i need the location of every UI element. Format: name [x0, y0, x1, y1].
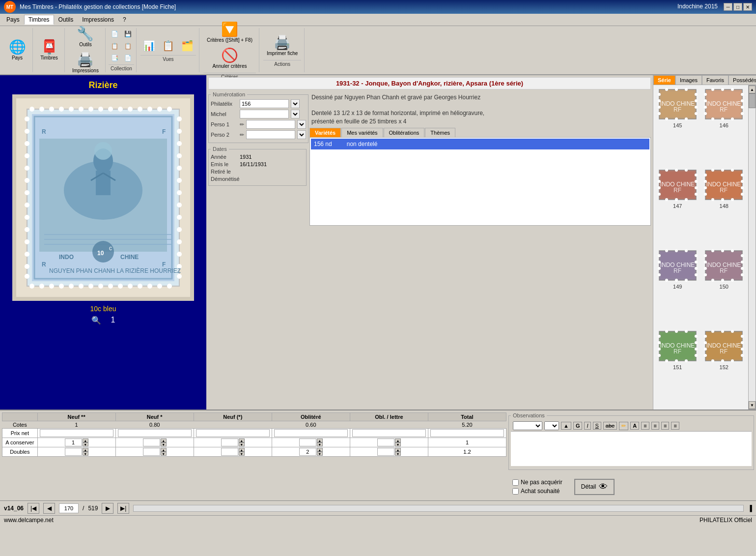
- collection-icon-6[interactable]: 📄: [122, 53, 134, 64]
- a-conserver-neuf1-down[interactable]: ▼: [161, 442, 167, 446]
- a-conserver-neuf2-input[interactable]: [65, 439, 82, 446]
- thumb-item-1[interactable]: INDO CHINE RF 146: [702, 87, 747, 166]
- doubles-obl-lettre-down[interactable]: ▼: [395, 452, 401, 456]
- doubles-neuf1-input[interactable]: [143, 448, 160, 456]
- prix-total-input[interactable]: [430, 429, 504, 437]
- doubles-obl-lettre-input[interactable]: [377, 448, 394, 456]
- impressions-button[interactable]: 🖨️ Impressions: [69, 51, 102, 75]
- close-button[interactable]: ✕: [743, 3, 752, 11]
- doubles-neuf1-up[interactable]: ▲: [161, 448, 167, 452]
- criteres-button[interactable]: 🔽 Critères ([Shift] + F8): [203, 21, 256, 45]
- obs-strikethrough-btn[interactable]: abe: [603, 422, 617, 430]
- obs-align-center-btn[interactable]: ≡: [651, 422, 659, 430]
- a-conserver-neuf2-down[interactable]: ▼: [83, 442, 88, 446]
- pays-button[interactable]: 🌐 Pays: [5, 38, 29, 62]
- thumb-item-6[interactable]: INDO CHINE RF 151: [655, 329, 700, 408]
- perso2-input[interactable]: [246, 130, 295, 139]
- obs-align-right-btn[interactable]: ≡: [661, 422, 669, 430]
- obs-bold-btn[interactable]: G: [573, 422, 583, 430]
- a-conserver-oblitere-down[interactable]: ▼: [317, 442, 323, 446]
- tab-obliterations[interactable]: Oblitérations: [384, 128, 425, 137]
- doubles-neuf2-up[interactable]: ▲: [83, 448, 88, 452]
- right-tab-favoris[interactable]: Favoris: [702, 75, 728, 85]
- obs-textarea[interactable]: [511, 432, 752, 466]
- a-conserver-neuf0-up[interactable]: ▲: [239, 439, 245, 442]
- philatelix-input[interactable]: [240, 99, 289, 108]
- obs-underline-btn[interactable]: S: [593, 422, 601, 430]
- obs-align-left-btn[interactable]: ≡: [641, 422, 649, 430]
- tab-themes[interactable]: Thèmes: [425, 128, 455, 137]
- ne-pas-acquerir-checkbox[interactable]: [512, 479, 519, 486]
- menu-pays[interactable]: Pays: [2, 15, 24, 25]
- doubles-oblitere-input[interactable]: [299, 448, 316, 456]
- menu-outils[interactable]: Outils: [54, 15, 78, 25]
- obs-justify-btn[interactable]: ≡: [671, 422, 679, 430]
- right-tab-possedes[interactable]: Possédés: [728, 75, 756, 85]
- prix-neuf1-input[interactable]: [118, 429, 192, 437]
- detail-button[interactable]: Détail 👁: [574, 479, 615, 495]
- imprimer-fiche-button[interactable]: 🖨️ Imprimer fiche: [263, 34, 301, 58]
- right-tab-serie[interactable]: Série: [653, 75, 675, 85]
- doubles-oblitere-up[interactable]: ▲: [317, 448, 323, 452]
- a-conserver-neuf2-up[interactable]: ▲: [83, 439, 88, 442]
- thumb-item-2[interactable]: INDO CHINE RF 147: [655, 168, 700, 246]
- a-conserver-obl-lettre-input[interactable]: [377, 439, 394, 446]
- thumb-item-7[interactable]: INDO CHINE RF 152: [702, 329, 747, 408]
- zoom-icon[interactable]: 🔍: [91, 316, 101, 325]
- outils-button[interactable]: 🔧 Outils: [73, 25, 98, 49]
- nav-next-button[interactable]: ▶: [102, 503, 113, 514]
- obs-font-select[interactable]: [513, 421, 542, 430]
- menu-timbres[interactable]: Timbres: [24, 15, 54, 25]
- menu-impressions[interactable]: Impressions: [78, 15, 118, 25]
- variety-row-0[interactable]: 156 nd non dentelé: [311, 139, 649, 149]
- philatelix-select[interactable]: ▼: [291, 99, 300, 108]
- a-conserver-neuf0-down[interactable]: ▼: [239, 442, 245, 446]
- collection-icon-1[interactable]: 📄: [109, 29, 121, 40]
- perso2-pencil[interactable]: ✏: [240, 132, 244, 138]
- perso1-input[interactable]: [246, 120, 295, 129]
- doubles-neuf0-input[interactable]: [221, 448, 238, 456]
- a-conserver-oblitere-input[interactable]: [299, 439, 316, 446]
- prix-obl-lettre-input[interactable]: [352, 429, 426, 437]
- perso1-pencil[interactable]: ✏: [240, 121, 244, 128]
- obs-italic-btn[interactable]: I: [584, 422, 590, 430]
- vue-btn-1[interactable]: 📊: [140, 38, 158, 53]
- obs-size-select[interactable]: [544, 421, 559, 430]
- nav-last-button[interactable]: ▶|: [117, 503, 129, 514]
- scrollbar-h[interactable]: [133, 505, 744, 512]
- vue-btn-2[interactable]: 📋: [160, 38, 177, 53]
- collection-icon-3[interactable]: 📋: [109, 41, 121, 53]
- stamp-image-container[interactable]: R F R F INDO CHI: [12, 94, 194, 301]
- collection-icon-4[interactable]: 📋: [122, 41, 134, 53]
- tab-varietes[interactable]: Variétés: [309, 128, 341, 137]
- prix-neuf2-input[interactable]: [40, 429, 113, 437]
- obs-font-color-btn[interactable]: A: [630, 422, 639, 430]
- nav-prev-button[interactable]: ◀: [43, 503, 55, 514]
- a-conserver-neuf1-input[interactable]: [143, 439, 160, 446]
- a-conserver-neuf0-input[interactable]: [221, 439, 238, 446]
- timbres-button[interactable]: 📮 Timbres: [37, 38, 61, 62]
- maximize-button[interactable]: □: [733, 3, 742, 11]
- annuler-criteres-button[interactable]: 🚫 Annuler critères: [209, 47, 250, 71]
- a-conserver-obl-lettre-down[interactable]: ▼: [395, 442, 401, 446]
- thumb-item-3[interactable]: INDO CHINE RF 148: [702, 168, 747, 246]
- prix-oblitere-input[interactable]: [274, 429, 348, 437]
- obs-up-btn[interactable]: ▲: [561, 422, 571, 430]
- scroll-up-btn[interactable]: ▲: [749, 86, 756, 93]
- a-conserver-obl-lettre-up[interactable]: ▲: [395, 439, 401, 442]
- doubles-obl-lettre-up[interactable]: ▲: [395, 448, 401, 452]
- nav-first-button[interactable]: |◀: [28, 503, 39, 514]
- menu-help[interactable]: ?: [118, 15, 131, 25]
- doubles-neuf2-down[interactable]: ▼: [83, 452, 88, 456]
- minimize-button[interactable]: ─: [724, 3, 732, 11]
- scroll-thumb[interactable]: [749, 93, 756, 108]
- achat-souhaite-checkbox[interactable]: [512, 488, 519, 495]
- thumb-item-5[interactable]: INDO CHINE RF 150: [702, 248, 747, 327]
- a-conserver-neuf1-up[interactable]: ▲: [161, 439, 167, 442]
- thumb-item-0[interactable]: INDO CHINE RF 145: [655, 87, 700, 166]
- tab-mes-varietes[interactable]: Mes variétés: [341, 128, 383, 137]
- doubles-neuf2-input[interactable]: [65, 448, 82, 456]
- michel-input[interactable]: [240, 110, 289, 118]
- obs-color-btn[interactable]: ✏: [619, 422, 628, 430]
- a-conserver-oblitere-up[interactable]: ▲: [317, 439, 323, 442]
